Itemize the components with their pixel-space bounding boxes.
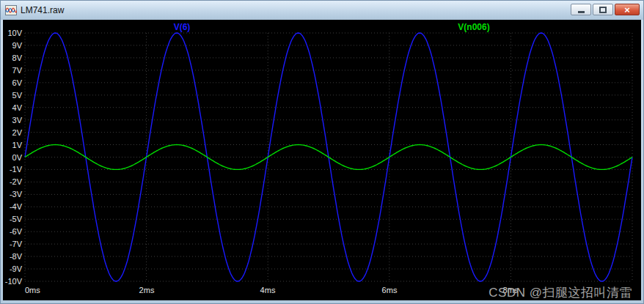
- title-bar[interactable]: LM741.raw ×: [1, 1, 643, 20]
- watermark: CSDN @扫腿这招叫清雷: [489, 284, 632, 301]
- minimize-icon: [578, 11, 585, 13]
- x-tick-label: 4ms: [260, 286, 276, 294]
- close-button[interactable]: ×: [615, 4, 640, 15]
- maximize-button[interactable]: [593, 4, 613, 15]
- window-title: LM741.raw: [21, 5, 64, 15]
- app-icon: [5, 4, 17, 16]
- close-icon: ×: [624, 5, 630, 15]
- x-tick-label: 6ms: [382, 286, 398, 294]
- window-controls: ×: [571, 4, 640, 15]
- x-axis[interactable]: 0ms2ms4ms6ms8ms: [3, 20, 641, 300]
- maximize-icon: [599, 7, 607, 13]
- app-window: LM741.raw × V(6) V(n006) 10V9V8V7V6V5V4V…: [0, 0, 644, 304]
- x-tick-label: 2ms: [139, 286, 155, 294]
- minimize-button[interactable]: [571, 4, 591, 15]
- x-tick-label: 0ms: [25, 286, 40, 294]
- plot-area[interactable]: V(6) V(n006) 10V9V8V7V6V5V4V3V2V1V0V-1V-…: [3, 20, 641, 300]
